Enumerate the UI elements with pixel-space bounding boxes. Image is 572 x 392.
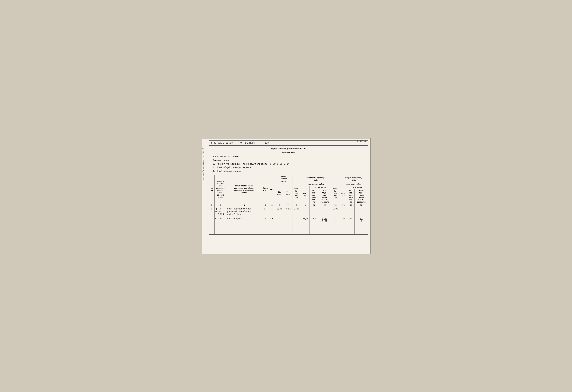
col-header-montazh2: Монтажн. работ (340, 183, 368, 186)
table-row: I Пр-нтИ9-05п.2-024 Кран подвесной элект… (209, 207, 368, 217)
col-header-obo2: Обо-ру-до-ва-ния (331, 183, 340, 204)
row2-num: 2 (209, 217, 214, 224)
colnum-7: 7 (284, 204, 292, 207)
num-label: - 103 - (262, 142, 271, 144)
col-header-mass-ed: Ед.изм. (275, 183, 284, 204)
colnum-4: 4 (262, 204, 269, 207)
header-row: Т.П. 901-I-32.83 Ал. УШ/Ш.86 - 103 - (209, 141, 368, 146)
row1-expl: – (318, 207, 331, 217)
row1-name: Кран подвесной элект-рический однобалоч-… (227, 207, 262, 217)
tp-label: Т.П. 901-I-32.83 (211, 142, 233, 144)
row2-obo: – (292, 217, 301, 224)
row2-mass-ob: – (284, 217, 292, 224)
row1-ed: шт (262, 207, 269, 217)
row1-shifr: Пр-нтИ9-05п.2-024 (214, 207, 227, 217)
row2-kvo: 3,82 (269, 217, 275, 224)
col-header-ed: Един.изм. (262, 175, 269, 204)
row1-expl2: – (355, 207, 368, 217)
row2-shifr: 3-У-38 (214, 217, 227, 224)
col-header-kvo: К-во (269, 175, 275, 204)
info-block: Нормативная условно-чистая продукция Пок… (209, 146, 368, 175)
info-indicators: Показатели по смете: Стоимость на: 1. Ра… (213, 155, 365, 173)
row1-kvo: I (269, 207, 275, 217)
col-header-num: №№пп (209, 175, 214, 204)
colnum-6: 6 (275, 204, 284, 207)
row2-name: Монтаж крана (227, 217, 262, 224)
colnum-8: 8 (292, 204, 301, 207)
col-header-expl: Экс-плуа-циямашинв т.ч.зарплата (318, 189, 331, 204)
info-line7: 3. I м3 объема здания (213, 169, 365, 173)
info-line2: продукция (213, 151, 365, 154)
info-line5: 1. Расчетную единицу (производительность… (213, 162, 365, 166)
info-line4: Стоимость на: (213, 159, 365, 162)
info-line6: 2. I м2 общей площади здания (213, 166, 365, 169)
row2-obo2: – (331, 217, 340, 224)
colnum-5: 5 (269, 204, 275, 207)
main-table: №№пп Шифр и№ пози-циипрейску-ранта,УСН,ц… (209, 175, 368, 234)
colnum-3: 3 (227, 204, 262, 207)
col-header-massa: Массабруттонетто (275, 175, 292, 183)
row1-obo2: 2I00 (331, 207, 340, 217)
table-header-row1: №№пп Шифр и№ пози-циипрейску-ранта,УСН,ц… (209, 175, 368, 183)
col-header-vsego: Все-го. (301, 186, 309, 204)
col-header-vsego2: Все-го (340, 186, 347, 204)
row2-osnov2: 59 (347, 217, 355, 224)
colnum-12: I2 (331, 204, 340, 207)
al-label: Ал. УШ/Ш.86 (240, 142, 255, 144)
row1-vsego2: – (340, 207, 347, 217)
row2-osnov: I5,4 (309, 217, 318, 224)
row1-vsego: – (301, 207, 309, 217)
row2-vsego: 3I,5 (301, 217, 309, 224)
side-text: 7ЗП зак./1 тир.560дат76. (43oo) (202, 147, 205, 181)
col-header-stoimost-ob: Общая стоимость,руб. (340, 175, 368, 183)
row1-mass-ed: 3,82 (275, 207, 284, 217)
col-header-obo: Обо-ру-до-ва-ния (292, 183, 301, 204)
page: 8459/14 7ЗП зак./1 тир.560дат76. (43oo) … (202, 138, 370, 254)
row1-obo: 2I00 (292, 207, 301, 217)
row2-expl2: I35 (355, 217, 368, 224)
info-line1: Нормативная условно-чистая (213, 147, 365, 151)
colnum-9: 9 (301, 204, 309, 207)
table-row: 2 3-У-38 Монтаж крана т 3,82 – – – 3I,5 … (209, 217, 368, 224)
colnum-10: I0 (309, 204, 318, 207)
col-header-osnov: Ос-нов-наязар-пла-та (309, 189, 318, 204)
table-row-empty (209, 224, 368, 234)
page-number: 8459/14 (356, 139, 367, 142)
row1-osnov: – (309, 207, 318, 217)
col-header-shifr: Шифр и№ пози-циипрейску-ранта,УСН,ценник… (214, 175, 227, 204)
col-header-montazh: Монтажных работ (301, 183, 331, 186)
row2-expl: 3,42I,3I (318, 217, 331, 224)
row1-mass-ob: 3,82 (284, 207, 292, 217)
row2-vsego2: I20 (340, 217, 347, 224)
info-line3: Показатели по смете: (213, 155, 365, 159)
main-content: Т.П. 901-I-32.83 Ал. УШ/Ш.86 - 103 - Нор… (209, 140, 368, 235)
row1-osnov2: – (347, 207, 355, 217)
col-header-stoimost-ed: Стоимость единицы,руб. (292, 175, 340, 183)
table-col-numbers: I 2 3 4 5 6 7 8 9 I0 II I2 I3 I4 I5 (209, 204, 368, 207)
colnum-11: II (318, 204, 331, 207)
row2-ed: т (262, 217, 269, 224)
colnum-2: 2 (214, 204, 227, 207)
col-header-expl2: Эксп-луа-тациямашинв т.ч.зарплата (355, 189, 368, 204)
colnum-13: I3 (340, 204, 347, 207)
col-header-osnov2: Ос-нов-наязар-пла-та (347, 189, 355, 204)
col-header-mass-ob: Об-щая (284, 183, 292, 204)
row1-num: I (209, 207, 214, 217)
colnum-15: I5 (355, 204, 368, 207)
colnum-1: I (209, 204, 214, 207)
col-header-vtomchisle: в том числе (309, 186, 331, 189)
colnum-14: I4 (347, 204, 355, 207)
col-header-name: Наименование и ха-рактеристика обору-дов… (227, 175, 262, 204)
row2-mass-ed: – (275, 217, 284, 224)
col-header-vtomchisle2: в т.числе (347, 186, 368, 189)
